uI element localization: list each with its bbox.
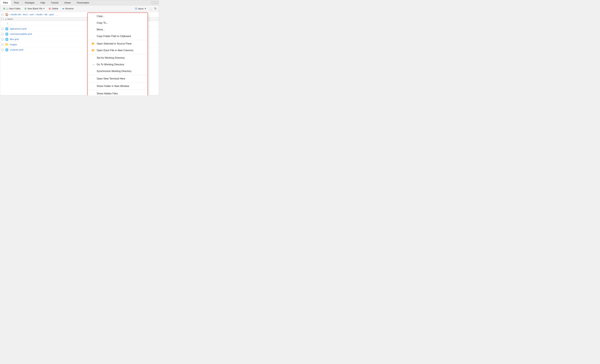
tab-bar: Files Plots Packages Help Tutorial Viewe… <box>0 0 159 5</box>
tab-help[interactable]: Help <box>38 0 48 5</box>
menu-sync-working-dir-label: Synchronize Working Directory <box>97 70 144 73</box>
new-blank-file-button[interactable]: ⊕ New Blank File ▼ <box>23 7 46 10</box>
home-icon: 🏠 <box>5 13 9 16</box>
breadcrumb-sep-2: › <box>28 13 29 16</box>
menu-item-open-terminal[interactable]: Open New Terminal Here <box>88 75 148 82</box>
breadcrumb-ellipsis: … <box>56 13 58 16</box>
separator-5 <box>88 90 148 90</box>
minimize-button[interactable] <box>151 2 154 4</box>
maximize-button[interactable] <box>155 2 158 4</box>
tab-viewer[interactable]: Viewer <box>61 0 74 5</box>
menu-item-copy-to[interactable]: Copy To... <box>88 19 148 26</box>
menu-copy-folder-path-label: Copy Folder Path to Clipboard <box>97 35 144 38</box>
delete-icon: ⊗ <box>48 7 51 10</box>
file-name-appearance: appearance.qmd <box>10 28 27 30</box>
menu-item-open-selected-source[interactable]: 📂 Open Selected in Source Pane <box>88 40 148 47</box>
delete-button[interactable]: ⊗ Delete <box>47 7 59 10</box>
more-dropdown-area: ⚙ More ▼ Copy... Copy To... <box>133 6 148 11</box>
goto-working-dir-icon: ⇒ <box>92 63 95 66</box>
parent-dir-name: .. <box>11 22 12 25</box>
menu-item-sync-working-dir[interactable]: Synchronize Working Directory <box>88 68 148 75</box>
toolbar: ⊕ 🗂 New Folder ⊕ New Blank File ▼ ⊗ Dele… <box>0 5 159 12</box>
menu-show-hidden-files-label: Show Hidden Files <box>97 92 144 95</box>
file-name-images: images <box>10 43 17 46</box>
breadcrumb-sep-5: › <box>48 13 49 16</box>
more-chevron-icon: ▼ <box>144 8 146 10</box>
more-label: More <box>138 7 144 10</box>
tab-plots[interactable]: Plots <box>11 0 22 5</box>
breadcrumb-ide[interactable]: ide <box>45 13 47 16</box>
new-folder-label: New Folder <box>9 7 21 10</box>
menu-goto-working-dir-label: Go To Working Directory <box>97 63 144 66</box>
open-selected-source-icon: 📂 <box>92 42 95 46</box>
tab-tutorial[interactable]: Tutorial <box>48 0 61 5</box>
new-folder-icon: ⊕ <box>3 7 6 10</box>
file-checkbox-command-palette[interactable] <box>1 33 3 35</box>
separator-2 <box>88 54 148 54</box>
new-blank-file-label: New Blank File <box>28 7 42 10</box>
show-hidden-files-icon <box>92 92 95 95</box>
separator-3 <box>88 75 148 75</box>
new-folder-button[interactable]: ⊕ 🗂 New Folder <box>1 7 22 10</box>
separator-4 <box>88 82 148 83</box>
breadcrumb-sep-4: › <box>43 13 44 16</box>
menu-item-move[interactable]: Move... <box>88 26 148 33</box>
breadcrumb-guid[interactable]: guid <box>49 13 54 16</box>
sort-asc-icon: ▲ <box>5 18 7 20</box>
file-name-files-qmd: files.qmd <box>10 38 19 40</box>
menu-item-copy[interactable]: Copy... <box>88 13 148 19</box>
breadcrumb-rstudio-ide[interactable]: rstudio-ide <box>10 13 21 16</box>
copy-folder-path-icon <box>92 35 95 38</box>
tab-presentation[interactable]: Presentation <box>74 0 92 5</box>
select-all-checkbox[interactable] <box>1 18 3 20</box>
menu-show-folder-new-window-label: Show Folder in New Window <box>97 85 144 88</box>
dropdown-chevron-icon: ▼ <box>43 8 45 9</box>
toolbar-right: ⚙ More ▼ Copy... Copy To... <box>133 6 158 11</box>
menu-item-show-hidden-files[interactable]: Show Hidden Files <box>88 90 148 95</box>
menu-item-show-folder-new-window[interactable]: Show Folder in New Window <box>88 83 148 90</box>
rename-button[interactable]: ➡ Rename <box>60 7 75 10</box>
menu-item-set-working-dir[interactable]: Set As Working Directory <box>88 55 148 61</box>
set-working-dir-icon <box>92 56 95 60</box>
doc-icon-appearance: 🌐 <box>5 27 9 30</box>
breadcrumb-user[interactable]: user <box>29 13 34 16</box>
doc-icon-files-qmd: 🌐 <box>5 37 9 41</box>
delete-label: Delete <box>52 7 58 10</box>
doc-icon-command-palette: 🌐 <box>5 32 9 36</box>
breadcrumb-checkbox[interactable] <box>1 13 3 16</box>
copy-icon <box>92 14 95 18</box>
tab-packages[interactable]: Packages <box>22 0 38 5</box>
files-panel: Files Plots Packages Help Tutorial Viewe… <box>0 0 159 95</box>
up-arrow-icon: ↑ <box>6 22 9 25</box>
menu-copy-label: Copy... <box>97 15 144 18</box>
more-dropdown-menu: Copy... Copy To... Move... Copy Folder P… <box>87 13 148 95</box>
menu-item-goto-working-dir[interactable]: ⇒ Go To Working Directory <box>88 61 148 68</box>
breadcrumb-sep-0: › <box>9 13 10 16</box>
menu-open-each-file-label: Open Each File in New Columns <box>97 49 144 52</box>
tab-files[interactable]: Files <box>0 0 11 5</box>
move-icon <box>92 28 95 31</box>
rename-icon: ➡ <box>62 7 65 10</box>
column-name-header[interactable]: Name <box>8 18 13 20</box>
folder-icon-images: 📁 <box>5 43 9 46</box>
breadcrumb-rstudio[interactable]: rstudio <box>36 13 43 16</box>
menu-open-selected-label: Open Selected in Source Pane <box>97 42 144 45</box>
refresh-icon[interactable]: ↻ <box>153 6 158 11</box>
new-file-icon: ⊕ <box>24 7 27 10</box>
copy-to-icon <box>92 21 95 25</box>
open-terminal-icon <box>92 77 95 80</box>
file-checkbox-images[interactable] <box>1 44 3 46</box>
open-each-file-icon: 📂 <box>92 49 95 52</box>
ellipsis-button[interactable]: … <box>148 6 153 11</box>
menu-item-open-each-file[interactable]: 📂 Open Each File in New Columns <box>88 47 148 54</box>
show-folder-new-window-icon <box>92 84 95 88</box>
menu-item-copy-folder-path[interactable]: Copy Folder Path to Clipboard <box>88 33 148 40</box>
file-checkbox-ui-panes[interactable] <box>1 49 3 51</box>
more-button[interactable]: ⚙ More ▼ <box>133 6 148 11</box>
gear-icon: ⚙ <box>135 7 137 10</box>
file-checkbox-appearance[interactable] <box>1 28 3 30</box>
sync-working-dir-icon <box>92 69 95 73</box>
breadcrumb-docs[interactable]: docs <box>23 13 28 16</box>
rename-label: Rename <box>65 7 74 10</box>
file-checkbox-files-qmd[interactable] <box>1 38 3 40</box>
